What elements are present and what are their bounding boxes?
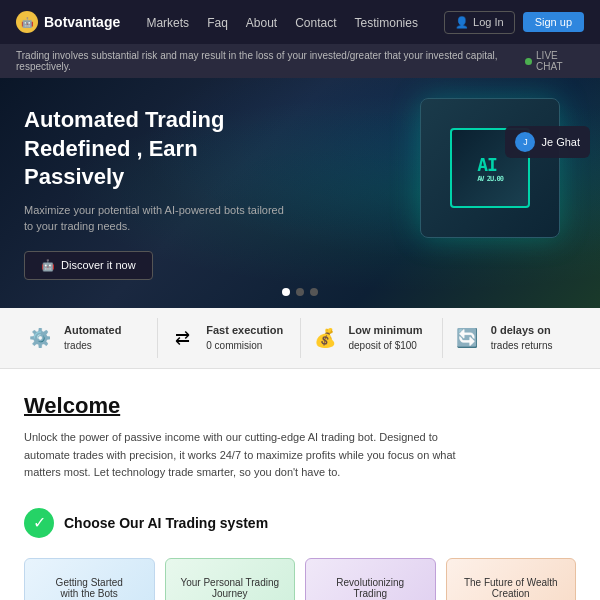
hero-section: Automated Trading Redefined , Earn Passi… [0, 78, 600, 308]
feature-fast: ⇄ Fast execution 0 commision [158, 318, 300, 358]
user-icon: 👤 [455, 16, 469, 29]
hero-subtitle: Maximize your potential with AI-powered … [24, 202, 296, 235]
welcome-title: Welcome [24, 393, 576, 419]
feature-automated: ⚙️ Automated trades [16, 318, 158, 358]
cards-row: Getting Started with the Bots Your Perso… [0, 550, 600, 600]
popup-hint: J Je Ghat [505, 126, 590, 158]
feature-deposit: 💰 Low minimum deposit of $100 [301, 318, 443, 358]
logo[interactable]: 🤖 Botvantage [16, 11, 120, 33]
nav-testimonies[interactable]: Testimonies [355, 16, 418, 30]
card-3[interactable]: Revolutionizing Trading [305, 558, 436, 600]
nav-actions: 👤 Log In Sign up [444, 11, 584, 34]
delays-icon: 🔄 [451, 322, 483, 354]
whatsapp-icon[interactable]: ✓ [24, 508, 54, 538]
fast-icon: ⇄ [166, 322, 198, 354]
chat-status-dot [525, 58, 532, 65]
features-bar: ⚙️ Automated trades ⇄ Fast execution 0 c… [0, 308, 600, 369]
nav-about[interactable]: About [246, 16, 277, 30]
popup-avatar: J [515, 132, 535, 152]
popup-text: Je Ghat [541, 136, 580, 148]
alert-text: Trading involves substantial risk and ma… [16, 50, 525, 72]
navbar: 🤖 Botvantage Markets Faq About Contact T… [0, 0, 600, 44]
welcome-section: Welcome Unlock the power of passive inco… [0, 369, 600, 498]
dot-1[interactable] [282, 288, 290, 296]
card-1[interactable]: Getting Started with the Bots [24, 558, 155, 600]
feature-deposit-text: Low minimum deposit of $100 [349, 323, 423, 352]
dot-2[interactable] [296, 288, 304, 296]
nav-links: Markets Faq About Contact Testimonies [146, 13, 417, 31]
deposit-icon: 💰 [309, 322, 341, 354]
choose-title: Choose Our AI Trading system [64, 515, 268, 531]
nav-markets[interactable]: Markets [146, 16, 189, 30]
feature-fast-text: Fast execution 0 commision [206, 323, 283, 352]
nav-faq[interactable]: Faq [207, 16, 228, 30]
feature-delays: 🔄 0 delays on trades returns [443, 318, 584, 358]
automated-icon: ⚙️ [24, 322, 56, 354]
carousel-dots [282, 288, 318, 296]
login-button[interactable]: 👤 Log In [444, 11, 515, 34]
logo-text: Botvantage [44, 14, 120, 30]
nav-contact[interactable]: Contact [295, 16, 336, 30]
hero-content: Automated Trading Redefined , Earn Passi… [0, 106, 320, 280]
card-4[interactable]: The Future of Wealth Creation [446, 558, 577, 600]
discover-button[interactable]: 🤖 Discover it now [24, 251, 153, 280]
dot-3[interactable] [310, 288, 318, 296]
welcome-body: Unlock the power of passive income with … [24, 429, 464, 482]
ai-chip: AI AV 2U.00 [420, 98, 560, 238]
logo-icon: 🤖 [16, 11, 38, 33]
signup-button[interactable]: Sign up [523, 12, 584, 32]
feature-automated-text: Automated trades [64, 323, 121, 352]
feature-delays-text: 0 delays on trades returns [491, 323, 553, 352]
live-chat-button[interactable]: LIVE CHAT [525, 50, 584, 72]
hero-title: Automated Trading Redefined , Earn Passi… [24, 106, 296, 192]
hero-wrapper: Automated Trading Redefined , Earn Passi… [0, 78, 600, 308]
choose-section: ✓ Choose Our AI Trading system [0, 498, 600, 550]
card-2[interactable]: Your Personal Trading Journey [165, 558, 296, 600]
robot-icon: 🤖 [41, 259, 55, 272]
alert-bar: Trading involves substantial risk and ma… [0, 44, 600, 78]
